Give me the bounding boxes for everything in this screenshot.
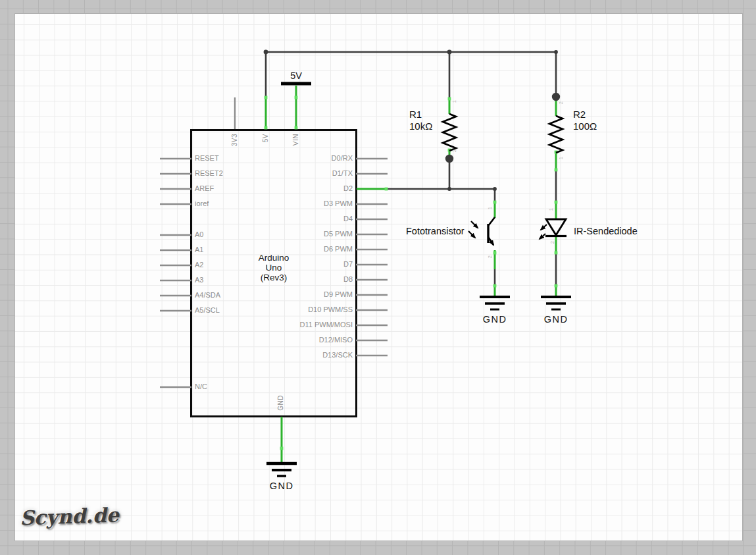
ground-symbol-left — [480, 297, 510, 309]
led-pin-number: 2 — [550, 241, 555, 244]
power-supply-label: 5V — [281, 70, 311, 81]
r1-pin-number: 1 — [452, 100, 457, 103]
pin-label-d7: D7 — [343, 261, 353, 268]
pin-label-d5: D5 PWM — [324, 230, 353, 238]
pin-label-5v: 5V — [262, 134, 270, 142]
pin-label-3v3: 3V3 — [231, 134, 239, 146]
led-pin-number: 1 — [549, 208, 554, 211]
gnd-label-bottom: GND — [265, 481, 299, 491]
pin-label-d3: D3 PWM — [324, 200, 353, 207]
resistor-r1-symbol — [443, 114, 456, 151]
r1-name-label: R1 — [409, 109, 422, 120]
r1-pin-number: 2 — [452, 149, 457, 152]
phototransistor-label: Fototransistor — [406, 226, 465, 236]
pin-label-a2: A2 — [195, 261, 203, 269]
ground-symbol-right — [541, 297, 571, 309]
phototransistor-pin-number: 2 — [488, 255, 493, 258]
schematic-drawing — [0, 0, 756, 555]
pin-label-d2: D2 — [343, 185, 353, 192]
pin-label-d6: D6 PWM — [324, 246, 353, 253]
light-in-arrow-icon — [468, 231, 475, 238]
site-watermark: Scynd.de — [19, 503, 119, 529]
pin-label-d1-tx: D1/TX — [332, 170, 353, 177]
pin-label-reset: RESET — [195, 155, 219, 162]
wires-dark — [266, 52, 556, 286]
arduino-title-line: Uno — [191, 263, 357, 273]
resistor-r2-symbol — [549, 116, 563, 153]
phototransistor-symbol — [468, 217, 495, 245]
r2-pin-number: 2 — [559, 101, 564, 104]
schematic-canvas: Arduino Uno (Rev3) RESET RESET2 AREF ior… — [0, 0, 756, 555]
ground-symbol-bottom — [266, 463, 297, 476]
pin-label-nc: N/C — [195, 383, 207, 390]
gnd-label-right: GND — [539, 314, 573, 325]
pin-label-d0-rx: D0/RX — [332, 155, 353, 162]
pin-label-d10: D10 PWM/SS — [308, 306, 353, 313]
phototransistor-pin-number: 1 — [488, 207, 493, 209]
r2-name-label: R2 — [573, 109, 586, 120]
ir-led-label: IR-Sendediode — [574, 226, 638, 236]
arduino-pin-stubs — [160, 97, 388, 387]
pin-label-a5-scl: A5/SCL — [195, 307, 220, 314]
light-in-arrow-icon — [471, 221, 478, 228]
pin-label-d13: D13/SCK — [322, 352, 353, 359]
pin-label-a4-sda: A4/SDA — [195, 292, 220, 299]
r2-pin-number: 1 — [559, 157, 564, 159]
pin-label-d12: D12/MISO — [319, 336, 353, 344]
pin-label-d9: D9 PWM — [324, 291, 353, 298]
pin-label-d4: D4 — [343, 215, 353, 223]
pin-label-reset2: RESET2 — [195, 170, 223, 177]
gnd-label-left: GND — [478, 314, 512, 325]
light-out-arrow-icon — [540, 234, 545, 239]
pin-label-aref: AREF — [195, 185, 214, 192]
pin-label-d11: D11 PWM/MOSI — [300, 321, 353, 329]
pin-label-a3: A3 — [195, 277, 203, 284]
r2-value-label: 100Ω — [573, 120, 597, 132]
arduino-title: Arduino Uno (Rev3) — [191, 253, 357, 283]
pin-label-vin: VIN — [292, 134, 300, 145]
arduino-title-line: Arduino — [191, 253, 357, 263]
pin-label-gnd: GND — [277, 395, 285, 411]
pin-label-a0: A0 — [195, 231, 203, 238]
pin-label-ioref: ioref — [195, 200, 209, 207]
led-symbol — [540, 219, 567, 239]
pin-label-d8: D8 — [343, 276, 353, 283]
pin-label-a1: A1 — [195, 246, 203, 253]
arduino-title-line: (Rev3) — [191, 273, 357, 282]
r1-value-label: 10kΩ — [409, 120, 432, 132]
light-out-arrow-icon — [541, 225, 547, 230]
